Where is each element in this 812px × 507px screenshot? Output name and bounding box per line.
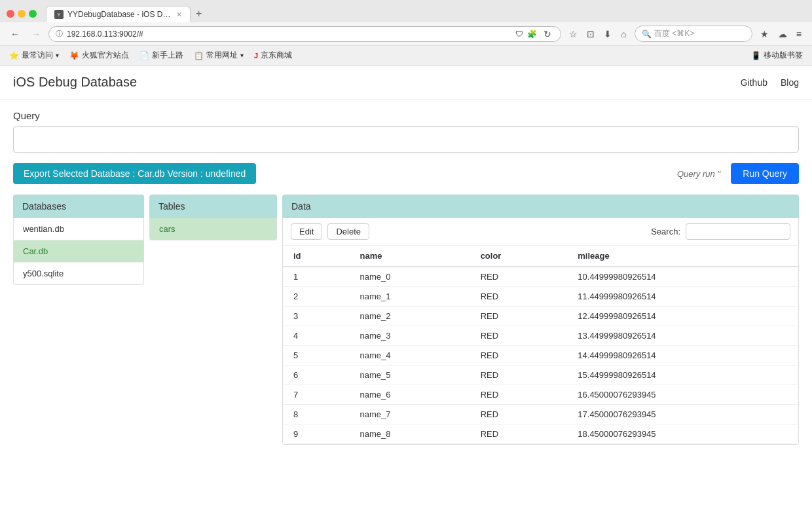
action-bar: Export Selected Database : Car.db Versio… <box>13 163 799 184</box>
bookmark-item-huhu[interactable]: 🦊 火狐官方站点 <box>67 48 132 62</box>
table-row[interactable]: 2name_1RED11.44999980926514 <box>283 287 798 307</box>
bookmark-label: 京东商城 <box>261 50 292 61</box>
db-layout: Databases wentian.db Car.db y500.sqlite … <box>13 195 799 445</box>
data-toolbar: Edit Delete Search: <box>283 218 798 246</box>
cell-mileage: 14.44999980926514 <box>567 346 798 366</box>
maximize-button[interactable] <box>29 10 37 18</box>
query-section: Query <box>13 110 799 153</box>
bookmark-item-zuichang[interactable]: ⭐ 最常访问 ▾ <box>7 48 62 62</box>
databases-list: wentian.db Car.db y500.sqlite <box>13 218 144 285</box>
forward-button[interactable]: → <box>28 26 45 42</box>
tables-column: Tables cars <box>149 195 277 445</box>
table-row[interactable]: 1name_0RED10.44999980926514 <box>283 267 798 287</box>
db-item-y500[interactable]: y500.sqlite <box>14 263 143 284</box>
home-button[interactable]: ⌂ <box>617 26 630 42</box>
delete-button[interactable]: Delete <box>327 223 369 240</box>
table-row[interactable]: 7name_6RED16.45000076293945 <box>283 385 798 405</box>
tables-header: Tables <box>149 195 277 218</box>
data-header: Data <box>282 195 799 218</box>
cell-name: name_4 <box>350 346 470 366</box>
cell-name: name_3 <box>350 326 470 346</box>
active-tab[interactable]: Y YYDebugDatabase - iOS Debug D... ✕ <box>46 6 191 22</box>
db-item-wentian[interactable]: wentian.db <box>14 218 143 240</box>
new-tab-button[interactable]: + <box>191 5 207 22</box>
data-search-input[interactable] <box>686 223 790 240</box>
bookmark-item-changyong[interactable]: 📋 常用网址 ▾ <box>191 48 246 62</box>
cell-name: name_1 <box>350 287 470 307</box>
bookmark-item-jingdong[interactable]: J 京东商城 <box>251 48 295 62</box>
bookmark-chevron: ▾ <box>240 52 244 59</box>
reader-view-button[interactable]: ⊡ <box>583 26 599 42</box>
query-run-text: Query run '' <box>677 169 720 179</box>
bookmark-chevron: ▾ <box>56 52 59 59</box>
cell-color: RED <box>470 326 568 346</box>
app-title: iOS Debug Database <box>13 75 741 90</box>
table-row[interactable]: 9name_8RED18.45000076293945 <box>283 424 798 444</box>
bookmark-item-xinshou[interactable]: 📄 新手上路 <box>137 48 186 62</box>
cell-color: RED <box>470 267 568 287</box>
run-query-button[interactable]: Run Query <box>731 163 799 184</box>
nav-icons: ☆ ⊡ ⬇ ⌂ <box>565 26 630 42</box>
table-item-cars[interactable]: cars <box>150 218 276 240</box>
app-header: iOS Debug Database Github Blog <box>0 66 812 100</box>
table-row[interactable]: 6name_5RED15.44999980926514 <box>283 366 798 385</box>
cell-name: name_6 <box>350 385 470 405</box>
col-header-id: id <box>283 246 350 267</box>
extensions-button[interactable]: ★ <box>756 26 773 42</box>
bookmark-label: 常用网址 <box>206 50 238 61</box>
cell-id: 7 <box>283 385 350 405</box>
menu-button[interactable]: ≡ <box>792 26 805 42</box>
reload-button[interactable]: ↻ <box>541 29 554 39</box>
col-header-mileage: mileage <box>567 246 798 267</box>
cell-name: name_0 <box>350 267 470 287</box>
cell-mileage: 11.44999980926514 <box>567 287 798 307</box>
search-icon: 🔍 <box>642 29 652 39</box>
folder-icon: 📋 <box>194 51 204 60</box>
cell-id: 1 <box>283 267 350 287</box>
export-button[interactable]: Export Selected Database : Car.db Versio… <box>13 163 256 184</box>
table-row[interactable]: 8name_7RED17.45000076293945 <box>283 405 798 424</box>
address-bar[interactable]: ⓘ 192.168.0.113:9002/# 🛡 🧩 ↻ <box>48 26 561 42</box>
bookmark-item-mobile[interactable]: 📱 移动版书签 <box>748 48 805 62</box>
table-row[interactable]: 5name_4RED14.44999980926514 <box>283 346 798 366</box>
shield-icon: 🛡 <box>515 29 523 39</box>
tables-list: cars <box>149 218 277 240</box>
download-button[interactable]: ⬇ <box>600 26 616 42</box>
github-link[interactable]: Github <box>741 77 767 88</box>
cell-color: RED <box>470 385 568 405</box>
table-row[interactable]: 4name_3RED13.44999980926514 <box>283 326 798 346</box>
search-placeholder: 百度 <⌘K> <box>654 28 694 39</box>
table-head: id name color mileage <box>283 246 798 267</box>
bookmark-star-button[interactable]: ☆ <box>565 26 581 42</box>
back-button[interactable]: ← <box>7 26 24 42</box>
db-item-car[interactable]: Car.db <box>14 240 143 263</box>
search-bar[interactable]: 🔍 百度 <⌘K> <box>635 26 752 42</box>
tab-bar: Y YYDebugDatabase - iOS Debug D... ✕ + <box>46 5 805 22</box>
cell-mileage: 16.45000076293945 <box>567 385 798 405</box>
cell-id: 5 <box>283 346 350 366</box>
cell-id: 6 <box>283 366 350 385</box>
minimize-button[interactable] <box>18 10 26 18</box>
edit-button[interactable]: Edit <box>291 223 322 240</box>
cell-mileage: 15.44999980926514 <box>567 366 798 385</box>
search-label: Search: <box>651 227 680 236</box>
sync-button[interactable]: ☁ <box>774 26 791 42</box>
col-header-color: color <box>470 246 568 267</box>
cell-id: 3 <box>283 307 350 326</box>
cell-color: RED <box>470 405 568 424</box>
url-text: 192.168.0.113:9002/# <box>67 29 511 39</box>
firefox-icon: 🦊 <box>69 51 79 60</box>
tab-close-icon[interactable]: ✕ <box>176 10 182 19</box>
app-nav: Github Blog <box>741 77 799 88</box>
databases-column: Databases wentian.db Car.db y500.sqlite <box>13 195 144 445</box>
table-header-row: id name color mileage <box>283 246 798 267</box>
query-input[interactable] <box>13 126 799 153</box>
blog-link[interactable]: Blog <box>781 77 799 88</box>
table-body: 1name_0RED10.449999809265142name_1RED11.… <box>283 267 798 444</box>
tab-favicon: Y <box>54 10 64 19</box>
col-header-name: name <box>350 246 470 267</box>
bookmarks-bar: ⭐ 最常访问 ▾ 🦊 火狐官方站点 📄 新手上路 📋 常用网址 ▾ J 京东商城… <box>0 45 812 65</box>
close-button[interactable] <box>7 10 14 18</box>
table-row[interactable]: 3name_2RED12.44999980926514 <box>283 307 798 326</box>
cell-color: RED <box>470 366 568 385</box>
